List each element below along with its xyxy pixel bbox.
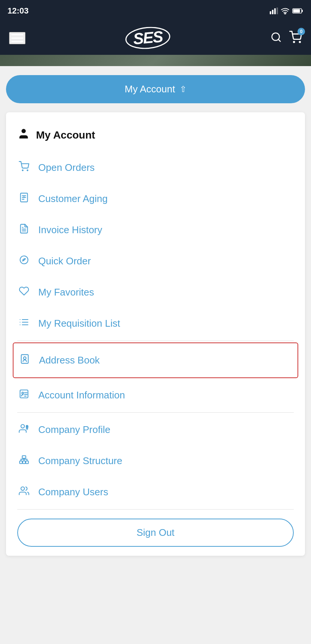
svg-rect-0 (270, 11, 271, 14)
hamburger-line-2 (11, 38, 23, 39)
my-account-button-label: My Account (125, 83, 175, 95)
logo[interactable]: SES (125, 27, 170, 49)
open-orders-item[interactable]: Open Orders (17, 152, 294, 183)
open-orders-icon (17, 161, 31, 174)
svg-point-31 (22, 392, 24, 394)
svg-rect-7 (293, 9, 300, 13)
svg-point-11 (299, 41, 300, 42)
cart-badge: 0 (297, 28, 305, 35)
svg-point-48 (21, 487, 24, 490)
my-favorites-icon (17, 286, 31, 299)
company-structure-icon (17, 454, 31, 468)
status-icons (270, 8, 303, 14)
svg-rect-1 (272, 10, 273, 14)
quick-order-label: Quick Order (38, 255, 91, 267)
company-profile-label: Company Profile (38, 424, 110, 436)
invoice-history-item[interactable]: Invoice History (17, 214, 294, 246)
page-content: My Account ⇧ My Account Open Order (0, 66, 311, 644)
company-users-item[interactable]: Company Users (17, 477, 294, 508)
svg-rect-40 (23, 461, 26, 464)
svg-point-13 (22, 170, 23, 170)
address-book-label: Address Book (39, 354, 100, 366)
address-book-highlight: Address Book (13, 342, 298, 378)
quick-order-icon (17, 255, 31, 268)
svg-rect-41 (26, 461, 29, 464)
my-requisition-list-item[interactable]: My Requisition List (17, 308, 294, 339)
chevron-up-icon: ⇧ (180, 84, 186, 94)
company-structure-label: Company Structure (38, 455, 122, 467)
quick-order-item[interactable]: Quick Order (17, 246, 294, 277)
status-bar: 12:03 (0, 0, 311, 21)
svg-point-35 (21, 425, 24, 428)
person-icon (17, 127, 30, 140)
company-users-label: Company Users (38, 486, 108, 498)
my-requisition-list-label: My Requisition List (38, 318, 120, 329)
company-profile-item[interactable]: Company Profile (17, 414, 294, 445)
hamburger-line-3 (11, 41, 23, 42)
account-information-label: Account Information (38, 389, 125, 401)
svg-rect-6 (302, 10, 303, 12)
address-book-icon (18, 354, 32, 367)
hamburger-button[interactable] (9, 32, 26, 44)
account-information-icon (17, 389, 31, 402)
company-structure-item[interactable]: Company Structure (17, 445, 294, 477)
signal-icon (270, 8, 278, 14)
account-information-item[interactable]: Account Information (17, 380, 294, 411)
my-favorites-label: My Favorites (38, 287, 94, 298)
address-book-item[interactable]: Address Book (18, 345, 293, 376)
company-profile-icon (17, 423, 31, 436)
company-users-icon (17, 486, 31, 499)
invoice-history-icon (17, 223, 31, 237)
search-icon (270, 32, 282, 43)
customer-aging-item[interactable]: $ Customer Aging (17, 183, 294, 214)
svg-rect-39 (20, 461, 22, 464)
account-person-icon (17, 127, 30, 143)
battery-icon (292, 8, 303, 14)
sign-out-button[interactable]: Sign Out (17, 519, 294, 547)
header: SES 0 (0, 21, 311, 55)
header-right: 0 (270, 31, 302, 45)
my-favorites-item[interactable]: My Favorites (17, 277, 294, 308)
my-account-button[interactable]: My Account ⇧ (6, 75, 305, 103)
divider-2 (17, 412, 294, 413)
search-button[interactable] (270, 32, 282, 44)
customer-aging-label: Customer Aging (38, 193, 108, 205)
hamburger-line-1 (11, 34, 23, 35)
requisition-list-icon (17, 317, 31, 330)
divider-3 (17, 509, 294, 510)
menu-card: My Account Open Orders $ (6, 112, 305, 556)
account-header: My Account (17, 121, 294, 152)
invoice-history-label: Invoice History (38, 224, 102, 236)
hero-area (0, 55, 311, 66)
svg-point-10 (293, 41, 294, 42)
svg-rect-42 (22, 456, 26, 458)
cart-button[interactable]: 0 (289, 31, 302, 45)
svg-point-29 (24, 357, 26, 359)
svg-rect-3 (276, 8, 278, 14)
svg-point-4 (285, 14, 286, 15)
svg-rect-2 (274, 8, 276, 14)
sign-out-label: Sign Out (137, 527, 174, 538)
account-header-label: My Account (36, 129, 95, 141)
svg-point-14 (27, 170, 28, 170)
svg-line-9 (278, 39, 280, 41)
open-orders-label: Open Orders (38, 162, 95, 173)
svg-text:$: $ (23, 196, 25, 198)
svg-rect-30 (20, 390, 28, 398)
customer-aging-icon: $ (17, 192, 31, 205)
divider-1 (17, 341, 294, 341)
logo-text: SES (133, 28, 164, 48)
status-time: 12:03 (8, 6, 29, 16)
wifi-icon (281, 8, 289, 14)
svg-point-12 (21, 129, 26, 133)
